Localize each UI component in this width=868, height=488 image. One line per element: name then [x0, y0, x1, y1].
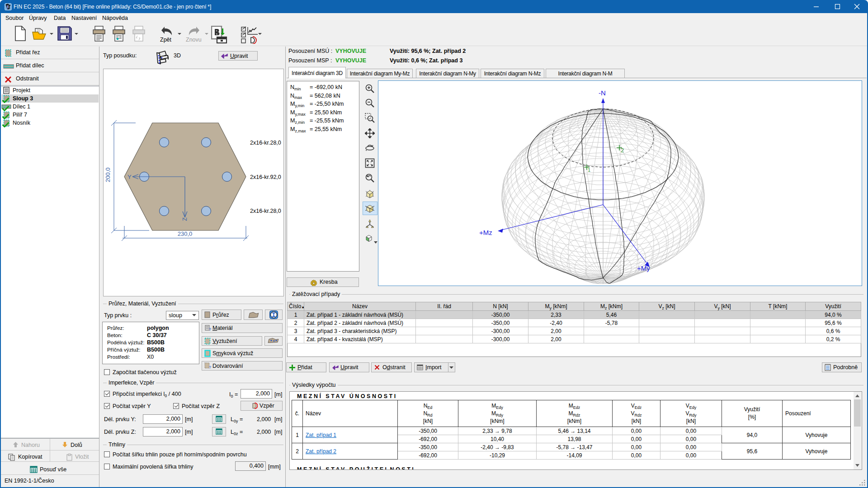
svg-text:2x16-kr.28,0: 2x16-kr.28,0 [250, 140, 281, 146]
svg-text:2x16-kr.28,0: 2x16-kr.28,0 [250, 208, 281, 214]
svg-text:200,0: 200,0 [104, 168, 111, 183]
svg-text:2: 2 [621, 147, 624, 154]
svg-text:Z: Z [181, 217, 188, 221]
svg-text:+Mz: +Mz [479, 229, 492, 236]
svg-text:2x16-kr.92,0: 2x16-kr.92,0 [250, 174, 281, 180]
svg-text:?: ? [209, 327, 211, 332]
svg-text:Y: Y [127, 174, 132, 180]
svg-text:1: 1 [588, 167, 590, 173]
svg-text:230,0: 230,0 [178, 230, 193, 237]
svg-text:+My: +My [637, 264, 650, 272]
svg-text:?: ? [209, 365, 211, 370]
svg-text:-N: -N [599, 89, 606, 97]
